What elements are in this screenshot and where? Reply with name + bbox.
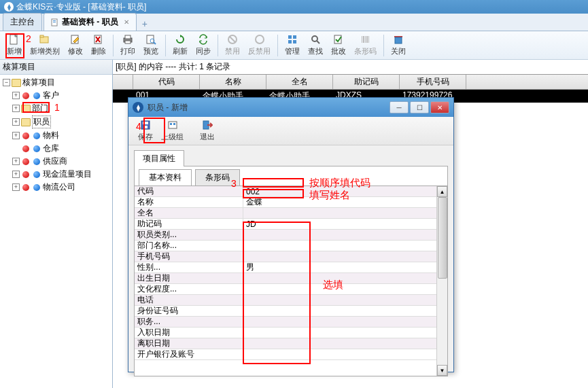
parent-group-button[interactable]: 上级组 [157,118,188,143]
new-button[interactable]: 新增 [3,33,26,58]
property-value[interactable]: 男 [243,262,447,273]
exit-button[interactable]: 退出 [196,118,219,143]
tree-item-warehouse[interactable]: 仓库 [1,142,111,155]
tree-item-supplier[interactable]: +供应商 [1,155,111,168]
scroll-up-icon[interactable]: ▲ [437,186,447,197]
property-row[interactable]: 助记码JD [135,219,447,230]
tree-item-employee[interactable]: +职员 [1,115,111,129]
property-row[interactable]: 开户银行及账号 [135,349,447,360]
property-row[interactable]: 离职日期 [135,338,447,349]
expand-icon[interactable]: + [12,158,20,165]
expand-icon[interactable]: + [12,118,20,126]
close-dialog-button[interactable]: ✕ [430,101,449,113]
tree-item-logistics[interactable]: +物流公司 [1,181,111,194]
property-label: 全名 [135,207,243,219]
svg-rect-1 [53,20,56,21]
tab-basic-data-employee[interactable]: 基础资料 - 职员 ✕ [44,13,137,31]
tree-item-material[interactable]: +物料 [1,129,111,142]
property-row[interactable]: 全名 [135,208,447,219]
svg-rect-21 [288,40,292,43]
tree-item-cashflow[interactable]: +现金流量项目 [1,168,111,181]
disable-button[interactable]: 禁用 [221,33,244,58]
col-name[interactable]: 名称 [200,75,266,89]
dialog-body: 代码002名称金蝶全名助记码JD职员类别...部门名称...手机号码性别...男… [134,186,448,376]
svg-point-18 [256,35,264,43]
svg-rect-13 [147,35,154,43]
col-code[interactable]: 代码 [133,75,200,89]
ball-blue-icon [32,145,41,153]
scroll-down-icon[interactable]: ▼ [437,365,447,376]
svg-line-17 [230,37,235,42]
approve-button[interactable]: 批改 [327,33,350,58]
property-row[interactable]: 名称金蝶 [135,197,447,208]
property-label: 名称 [135,196,243,208]
expand-icon[interactable]: + [12,171,20,178]
app-title: 金蝶KIS云·专业版 - [基础资料- 职员] [16,1,146,13]
tree-item-customer[interactable]: +客户 [1,89,111,102]
property-row[interactable]: 身份证号码 [135,306,447,317]
subtab-basic[interactable]: 基本资料 [139,169,192,186]
folder-icon [21,118,31,126]
sidebar: 核算项目 −核算项目 +客户 +部门 +职员 +物料 仓库 +供应商 +现金流量… [0,60,113,388]
property-row[interactable]: 职务... [135,317,447,328]
property-label: 文化程度... [135,283,243,295]
property-value[interactable]: JD [243,219,447,229]
tab-item-properties[interactable]: 项目属性 [134,150,184,166]
col-fullname[interactable]: 全名 [266,75,333,89]
print-button[interactable]: 打印 [116,33,139,58]
maximize-button[interactable]: ☐ [410,101,429,113]
ball-red-icon [21,171,31,179]
expand-icon[interactable]: + [12,105,20,112]
subtab-barcode[interactable]: 条形码 [195,169,240,186]
property-row[interactable]: 电话 [135,295,447,306]
preview-button[interactable]: 预览 [139,33,162,58]
svg-rect-28 [365,36,366,43]
sync-button[interactable]: 同步 [192,33,215,58]
new-category-button[interactable]: 新增类别 [26,33,64,58]
svg-rect-29 [366,36,368,43]
minimize-button[interactable]: ─ [390,101,409,113]
dialog-titlebar[interactable]: ⧫ 职员 - 新增 ─ ☐ ✕ [128,98,453,117]
expand-icon[interactable]: + [12,132,20,139]
ball-red-icon [21,183,31,192]
col-phone[interactable]: 手机号码 [400,75,466,89]
refresh-button[interactable]: 刷新 [169,33,192,58]
manage-button[interactable]: 管理 [281,33,304,58]
property-row[interactable]: 部门名称... [135,241,447,251]
property-row[interactable]: 入职日期 [135,328,447,338]
expand-icon[interactable]: + [12,92,20,99]
col-mnemonic[interactable]: 助记码 [333,75,400,89]
enable-button[interactable]: 反禁用 [244,33,275,58]
save-button[interactable]: 保存 [134,118,157,143]
search-button[interactable]: 查找 [304,33,327,58]
tree-item-department[interactable]: +部门 [1,102,111,115]
svg-rect-5 [40,35,44,37]
ball-blue-icon [32,92,41,100]
property-row[interactable]: 出生日期 [135,273,447,284]
expand-icon[interactable]: + [12,183,20,191]
property-row[interactable]: 文化程度... [135,284,447,295]
edit-button[interactable]: 修改 [64,33,87,58]
property-label: 部门名称... [135,240,243,251]
svg-rect-19 [288,35,292,39]
delete-button[interactable]: 删除 [87,33,110,58]
property-value[interactable]: 金蝶 [243,196,447,208]
close-button[interactable]: 关闭 [387,33,410,58]
tree-root[interactable]: −核算项目 [1,76,111,89]
dialog-subtabs: 基本资料 条形码 [134,166,448,186]
property-label: 手机号码 [135,251,243,262]
collapse-icon[interactable]: − [3,79,10,86]
close-tab-icon[interactable]: ✕ [124,18,129,26]
property-row[interactable]: 手机号码 [135,251,447,262]
property-row[interactable]: 代码002 [135,186,447,197]
scroll-thumb[interactable] [438,197,447,279]
property-row[interactable]: 性别...男 [135,262,447,273]
tab-console[interactable]: 主控台 [3,13,42,31]
content-header: [职员] 的内容 ---- 共计: 1 条记录 [113,60,588,74]
barcode-button[interactable]: 条形码 [350,33,381,58]
property-value[interactable]: 002 [243,187,447,196]
add-tab-button[interactable]: + [138,17,152,31]
property-row[interactable]: 职员类别... [135,230,447,241]
property-label: 离职日期 [135,338,243,349]
vertical-scrollbar[interactable]: ▲ ▼ [436,186,447,376]
